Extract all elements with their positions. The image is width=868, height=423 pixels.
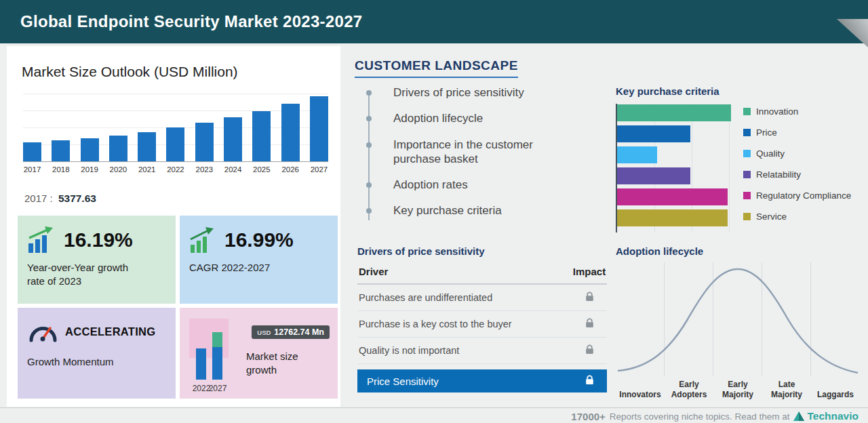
criteria-bar [617,167,690,184]
year-tick-label: 2020 [109,165,127,174]
legend-item: Innovation [743,106,851,117]
price-sensitivity-section: Drivers of price sensitivity Driver Impa… [357,245,607,392]
yoy-growth-card: 16.19% Year-over-Year growth rate of 202… [18,216,176,304]
year-tick-label: 2017 [23,165,41,174]
footer: 17000+ Reports covering niche topics. Re… [571,409,859,423]
momentum-card: ACCELERATING Growth Momentum [18,308,176,399]
key-purchase-criteria-section: Key purchase criteria InnovationPriceQua… [616,85,863,233]
impact-lock-cell [572,291,607,304]
bar-growth-icon [27,226,57,254]
customer-landscape-item: Importance in the customer purchase bask… [363,138,567,167]
market-size-bar-chart [23,94,328,162]
criteria-bar [617,209,728,226]
market-size-bar [252,111,271,161]
legend-swatch [743,129,751,136]
infographic-stage: Global Endpoint Security Market 2023-202… [0,0,868,423]
customer-landscape-title: CUSTOMER LANDSCAPE [355,58,518,78]
customer-landscape-item: Adoption lifecycle [363,111,567,125]
driver-label: Quality is not important [359,345,459,356]
cagr-value: 16.99% [224,228,294,251]
market-size-bar [310,96,328,161]
market-growth-label: Market size growth [246,350,322,378]
key-purchase-criteria-title: Key purchase criteria [616,85,863,97]
report-count: 17000+ [571,411,605,422]
customer-landscape-item: Drivers of price sensitivity [363,85,567,100]
market-size-bar [195,123,214,161]
badge-currency: USD [257,329,271,336]
adoption-lifecycle-title: Adoption lifecycle [616,245,860,257]
market-size-bar [81,138,99,161]
customer-landscape-item: Adoption rates [363,178,567,192]
legend-swatch [743,108,751,115]
criteria-bar [617,104,731,121]
driver-label: Purchase is a key cost to the buyer [359,319,512,329]
legend-item: Service [743,212,851,222]
footer-divider [0,407,868,408]
driver-row: Purchases are undifferentiated [357,285,607,311]
yoy-growth-value: 16.19% [64,228,133,251]
year-tick-label: 2019 [81,165,99,174]
legend-swatch [743,213,751,220]
adoption-lifecycle-chart [616,262,860,376]
price-sensitivity-highlight-label: Price Sensitivity [367,376,439,387]
market-size-bar [281,104,300,161]
legend-label: Service [756,212,787,222]
adoption-lifecycle-labels: InnovatorsEarly AdoptersEarly MajorityLa… [616,380,860,400]
page-title: Global Endpoint Security Market 2023-202… [20,0,362,43]
mini-chart-backdrop [189,319,229,358]
year-tick-label: 2026 [281,165,300,174]
impact-column-header: Impact [572,266,607,277]
growth-value-badge: USD 12762.74 Mn [252,325,330,339]
speedometer-icon [27,318,58,345]
year-tick-label: 2023 [195,165,214,174]
legend-swatch [743,150,751,157]
momentum-label: Growth Momentum [27,356,166,367]
bell-curve [616,262,860,376]
adoption-stage-label: Innovators [616,390,665,400]
legend-label: Price [756,127,777,138]
driver-column-header: Driver [359,266,388,277]
driver-label: Purchases are undifferentiated [359,292,492,303]
market-size-panel: Market Size Outlook (USD Million) 201720… [7,46,340,407]
legend-label: Innovation [756,106,798,117]
market-size-title: Market Size Outlook (USD Million) [22,64,238,80]
technavio-brand-name: Technavio [807,410,859,422]
impact-lock-cell [572,344,607,357]
mini-growth-chart: 2022 2027 [189,315,246,397]
legend-label: Regulatory Compliance [756,190,851,201]
criteria-bar [617,125,690,142]
year-tick-label: 2018 [52,165,70,174]
criteria-bar [617,188,728,205]
market-size-bar [166,127,184,161]
year-tick-label: 2022 [166,165,184,174]
base-year-value-line: 2017 : 5377.63 [24,193,96,205]
driver-row: Purchase is a key cost to the buyer [357,311,607,338]
mini-year-2027: 2027 [206,384,229,393]
price-sensitivity-highlight-row: Price Sensitivity [357,369,607,392]
adoption-lifecycle-section: Adoption lifecycle InnovatorsEarly Adopt… [616,245,860,400]
adoption-stage-label: Early Majority [713,380,762,400]
price-sensitivity-title: Drivers of price sensitivity [357,245,607,257]
impact-lock-cell [572,318,607,330]
legend-item: Regulatory Compliance [743,190,851,201]
market-size-bar [52,140,70,161]
stat-cards: 16.19% Year-over-Year growth rate of 202… [18,216,338,399]
market-size-bar [224,117,242,161]
legend-item: Relatability [743,169,851,180]
year-tick-label: 2027 [310,165,328,174]
mini-bar-2022 [196,348,206,380]
technavio-logo[interactable]: Technavio [793,410,859,422]
adoption-stage-label: Early Adopters [665,380,713,400]
market-size-bar [109,136,127,161]
key-purchase-criteria-chart [616,104,732,233]
header-bar: Global Endpoint Security Market 2023-202… [0,0,868,43]
legend-swatch [743,171,751,178]
price-sensitivity-rows: Purchases are undifferentiatedPurchase i… [357,285,607,364]
price-sensitivity-table-header: Driver Impact [357,257,607,285]
legend-item: Quality [743,148,851,159]
market-size-bar [23,142,41,161]
cagr-card: 16.99% CAGR 2022-2027 [180,216,338,304]
year-tick-label: 2021 [138,165,156,174]
adoption-stage-label: Laggards [811,390,860,400]
yoy-growth-label: Year-over-Year growth rate of 2023 [27,261,129,289]
